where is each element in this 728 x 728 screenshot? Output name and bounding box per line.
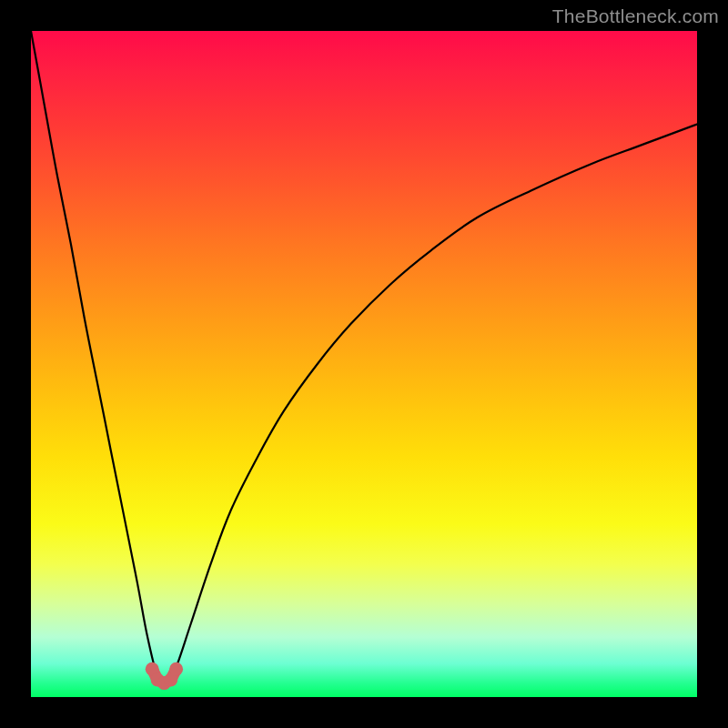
bottleneck-curve [31, 31, 697, 684]
plot-area [31, 31, 697, 697]
watermark-text: TheBottleneck.com [552, 5, 719, 27]
minimum-marker-dot [169, 662, 183, 676]
chart-frame: TheBottleneck.com [0, 0, 728, 728]
curve-layer [31, 31, 697, 697]
